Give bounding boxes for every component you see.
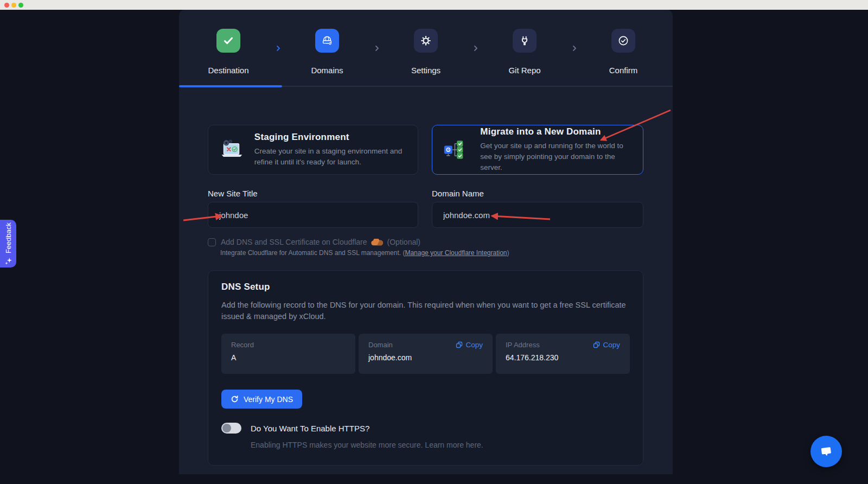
site-tree-icon: [443, 139, 470, 161]
cloudflare-label: Add DNS and SSL Certificate on Cloudflar…: [221, 238, 420, 246]
staging-environment-card[interactable]: Staging Environment Create your site in …: [208, 125, 418, 175]
dns-setup-description: Add the following record to the DNS for …: [221, 300, 630, 322]
wizard-step-destination[interactable]: Destination: [179, 10, 278, 87]
step-label: Confirm: [609, 66, 638, 75]
copy-domain-button[interactable]: Copy: [456, 341, 483, 349]
plug-icon: [513, 29, 537, 53]
copy-icon: [456, 341, 463, 348]
step-label: Settings: [411, 66, 441, 75]
step-label: Domains: [311, 66, 343, 75]
site-title-input[interactable]: [208, 202, 418, 228]
https-toggle-label: Do You Want To Enable HTTPS?: [251, 424, 369, 433]
domain-name-input[interactable]: [432, 202, 643, 228]
laptop-gears-icon: [219, 138, 245, 162]
feedback-tab[interactable]: Feedback: [0, 220, 16, 268]
https-help-text: Enabling HTTPS makes your website more s…: [251, 441, 630, 449]
migrate-new-domain-card[interactable]: Migrate into a New Domain Get your site …: [432, 125, 643, 175]
page-background: Destination Domains: [0, 10, 868, 484]
ip-address-value: 64.176.218.230: [506, 353, 620, 362]
check-icon: [216, 29, 240, 53]
window-zoom-button[interactable]: [18, 3, 23, 8]
copy-icon: [593, 341, 600, 348]
step-label: Destination: [208, 66, 248, 75]
feedback-label: Feedback: [4, 222, 12, 253]
browser-titlebar: [0, 0, 868, 10]
record-label: Record: [231, 341, 254, 349]
domain-label: Domain: [368, 341, 393, 349]
dns-record-row: Record A Domain Copy joh: [221, 334, 630, 374]
globe-domain-icon: [315, 29, 339, 53]
chevron-right-icon: [275, 44, 282, 52]
card-text: Migrate into a New Domain Get your site …: [480, 126, 632, 173]
wizard-active-tab-indicator: [179, 85, 282, 87]
copy-ip-button[interactable]: Copy: [593, 341, 620, 349]
chat-launcher-button[interactable]: [810, 436, 842, 467]
cloudflare-help-text: Integrate Cloudflare for Automatic DNS a…: [220, 249, 509, 257]
gear-icon: [414, 29, 438, 53]
cloudflare-checkbox[interactable]: [208, 238, 216, 246]
card-description: Create your site in a staging environmen…: [254, 146, 407, 168]
window-minimize-button[interactable]: [11, 3, 16, 8]
dns-record-type-cell: Record A: [221, 334, 355, 374]
wizard-step-settings[interactable]: Settings: [376, 10, 475, 87]
domain-name-label: Domain Name: [432, 189, 484, 198]
toggle-knob: [222, 424, 231, 432]
refresh-icon: [231, 395, 239, 403]
chevron-right-icon: [472, 44, 480, 52]
site-title-label: New Site Title: [208, 189, 258, 198]
wizard-step-domains[interactable]: Domains: [278, 10, 376, 87]
dns-setup-panel: DNS Setup Add the following record to th…: [208, 270, 643, 466]
ip-address-label: IP Address: [506, 341, 540, 349]
setup-wizard-steps: Destination Domains: [179, 10, 673, 87]
https-toggle[interactable]: [221, 423, 241, 434]
domain-value: johndoe.com: [368, 353, 483, 362]
wizard-step-confirm[interactable]: Confirm: [574, 10, 673, 87]
record-value: A: [231, 353, 346, 362]
card-title: Migrate into a New Domain: [480, 126, 632, 137]
content-column: Destination Domains: [179, 10, 673, 474]
dns-ip-cell: IP Address Copy 64.176.218.230: [496, 334, 630, 374]
chat-bubble-icon: [818, 443, 834, 460]
sparkle-icon: [5, 258, 12, 265]
card-text: Staging Environment Create your site in …: [254, 132, 407, 168]
window-close-button[interactable]: [4, 3, 9, 8]
manage-cloudflare-link[interactable]: Manage your Cloudflare Integration: [405, 249, 507, 257]
chevron-right-icon: [571, 44, 578, 52]
card-title: Staging Environment: [254, 132, 407, 143]
dns-domain-cell: Domain Copy johndoe.com: [359, 334, 493, 374]
chevron-right-icon: [373, 44, 381, 52]
step-label: Git Repo: [508, 66, 540, 75]
dns-setup-title: DNS Setup: [221, 282, 630, 292]
cloudflare-cloud-icon: [371, 239, 384, 246]
circle-check-icon: [611, 29, 635, 53]
verify-dns-button[interactable]: Verify My DNS: [221, 390, 302, 409]
wizard-step-git-repo[interactable]: Git Repo: [475, 10, 574, 87]
card-description: Get your site up and running for the wor…: [480, 141, 632, 173]
